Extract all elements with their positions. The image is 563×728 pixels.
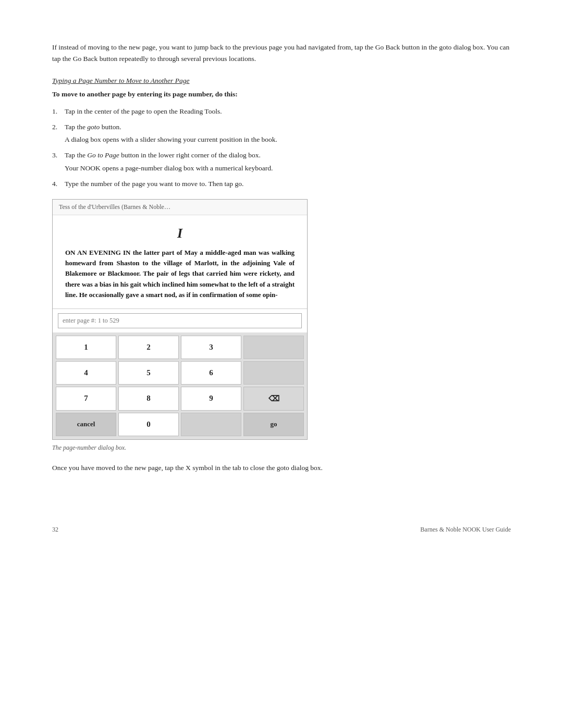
- cursor-symbol: I: [65, 226, 295, 241]
- step-3-subtext: Your NOOK opens a page-number dialog box…: [65, 163, 511, 174]
- numpad-4[interactable]: 4: [56, 361, 116, 385]
- page-number: 32: [52, 526, 58, 534]
- step-2-text-after: button.: [100, 123, 121, 131]
- step-1: 1. Tap in the center of the page to open…: [52, 106, 511, 117]
- step-1-text: Tap in the center of the page to open th…: [65, 107, 222, 115]
- device-screenshot: Tess of the d'Urbervilles (Barnes & Nobl…: [52, 199, 308, 440]
- bold-instruction: To move to another page by entering its …: [52, 90, 511, 98]
- numpad-empty-3: [181, 413, 241, 436]
- numpad-8[interactable]: 8: [118, 387, 179, 411]
- page-number-input[interactable]: [58, 313, 302, 328]
- device-title-bar: Tess of the d'Urbervilles (Barnes & Nobl…: [53, 200, 307, 215]
- step-3-num: 3.: [52, 150, 57, 161]
- numpad-6[interactable]: 6: [181, 361, 241, 385]
- step-2-num: 2.: [52, 121, 57, 133]
- caption: The page-number dialog box.: [52, 444, 511, 452]
- numpad-cancel[interactable]: cancel: [56, 413, 116, 436]
- backspace-icon: ⌫: [268, 394, 279, 403]
- numpad-0[interactable]: 0: [118, 413, 179, 436]
- section-heading: Typing a Page Number to Move to Another …: [52, 77, 511, 85]
- steps-list: 1. Tap in the center of the page to open…: [52, 106, 511, 190]
- step-3: 3. Tap the Go to Page button in the lowe…: [52, 150, 511, 174]
- numpad-3[interactable]: 3: [181, 336, 241, 359]
- numpad: 1 2 3 4 5 6 7 8 9 ⌫ cancel 0 go: [53, 332, 307, 439]
- numpad-empty-1: [243, 336, 304, 359]
- numpad-empty-2: [243, 361, 304, 385]
- outro-paragraph: Once you have moved to the new page, tap…: [52, 462, 511, 474]
- numpad-5[interactable]: 5: [118, 361, 179, 385]
- numpad-1[interactable]: 1: [56, 336, 116, 359]
- step-2-italic: goto: [87, 123, 100, 131]
- book-text: ON AN EVENING IN the latter part of May …: [65, 248, 295, 300]
- step-1-num: 1.: [52, 106, 57, 117]
- footer: 32 Barnes & Noble NOOK User Guide: [52, 495, 511, 534]
- step-2-subtext: A dialog box opens with a slider showing…: [65, 134, 511, 145]
- step-3-italic: Go to Page: [87, 151, 119, 159]
- step-3-text-after: button in the lower right corner of the …: [119, 151, 261, 159]
- step-2: 2. Tap the goto button. A dialog box ope…: [52, 121, 511, 146]
- brand-label: Barnes & Noble NOOK User Guide: [420, 526, 511, 534]
- page-input-area: [53, 309, 307, 332]
- step-4-num: 4.: [52, 178, 57, 190]
- numpad-go[interactable]: go: [243, 413, 304, 436]
- step-4: 4. Type the number of the page you want …: [52, 178, 511, 190]
- numpad-7[interactable]: 7: [56, 387, 116, 411]
- step-2-text-before: Tap the: [65, 123, 87, 131]
- step-3-text-before: Tap the: [65, 151, 87, 159]
- device-book-content: I ON AN EVENING IN the latter part of Ma…: [53, 215, 307, 309]
- numpad-backspace[interactable]: ⌫: [243, 387, 304, 411]
- numpad-9[interactable]: 9: [181, 387, 241, 411]
- step-4-text: Type the number of the page you want to …: [65, 180, 243, 188]
- numpad-2[interactable]: 2: [118, 336, 179, 359]
- intro-paragraph: If instead of moving to the new page, yo…: [52, 42, 511, 65]
